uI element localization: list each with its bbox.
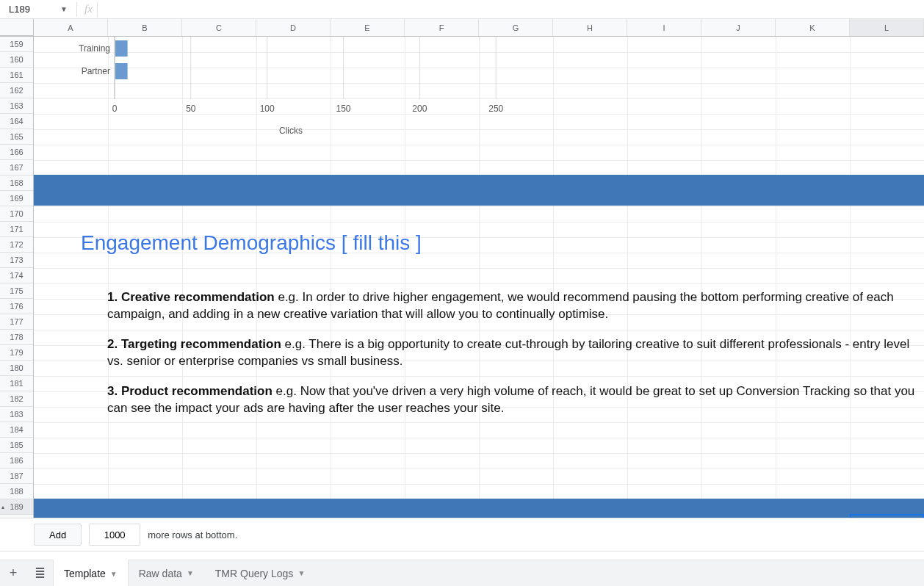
row-header-185[interactable]: 185 [0,438,33,453]
row-header-166[interactable]: 166 [0,145,33,160]
cells[interactable]: 050100150200250 TrainingPartner Clicks E… [34,37,924,518]
all-sheets-button[interactable]: ≣ [26,560,53,586]
row-header-187[interactable]: 187 [0,469,33,484]
row-header-163[interactable]: 163 [0,98,33,114]
svg-text:250: 250 [488,104,503,114]
row-header-177[interactable]: 177 [0,314,33,330]
column-header-j[interactable]: J [701,19,776,36]
divider [97,2,98,17]
row-header-169[interactable]: 169 [0,191,33,206]
column-header-c[interactable]: C [182,19,256,36]
column-header-b[interactable]: B [108,19,182,36]
add-rows-button[interactable]: Add [34,524,82,546]
row-header-175[interactable]: 175 [0,283,33,299]
svg-text:Training: Training [79,43,110,54]
grid-area: 1591601611621631641651661671681691701711… [0,37,924,518]
row-header-180[interactable]: 180 [0,361,33,376]
plus-icon: + [10,565,18,581]
row-header-171[interactable]: 171 [0,222,33,237]
recommendation-2: 2. Targeting recommendation e.g. There i… [107,336,917,370]
row-header-186[interactable]: 186 [0,453,33,469]
formula-input[interactable] [101,1,924,18]
name-box-value: L189 [9,4,30,15]
row-header-179[interactable]: 179 [0,345,33,361]
column-header-l[interactable]: L [850,19,924,36]
formula-bar: L189 ▼ fx [0,0,924,19]
svg-text:200: 200 [412,104,427,114]
section-divider-band [34,499,924,518]
svg-text:Partner: Partner [82,66,110,76]
row-header-181[interactable]: 181 [0,376,33,391]
column-header-h[interactable]: H [553,19,627,36]
sheet-tab-label: TMR Query Logs [215,568,294,579]
row-header-160[interactable]: 160 [0,52,33,68]
row-header-176[interactable]: 176 [0,299,33,314]
column-header-f[interactable]: F [405,19,479,36]
column-header-d[interactable]: D [256,19,331,36]
name-box[interactable]: L189 ▼ [4,1,71,18]
sheet-tab-raw-data[interactable]: Raw data▼ [129,560,205,586]
svg-text:50: 50 [186,104,196,114]
row-header-162[interactable]: 162 [0,83,33,98]
recommendation-3: 3. Product recommendation e.g. Now that … [107,383,917,417]
row-header-182[interactable]: 182 [0,391,33,407]
row-headers: 1591601611621631641651661671681691701711… [0,37,34,518]
clicks-chart: 050100150200250 TrainingPartner Clicks [78,37,533,154]
svg-text:150: 150 [336,104,351,114]
sheet-tab-label: Template [64,568,106,579]
chevron-down-icon[interactable]: ▼ [187,569,194,577]
row-header-174[interactable]: 174 [0,268,33,283]
svg-text:0: 0 [112,104,118,114]
row-header-189[interactable]: ▴189 [0,499,33,515]
sheet-tab-template[interactable]: Template▼ [53,560,129,586]
row-header-167[interactable]: 167 [0,160,33,176]
row-header-184[interactable]: 184 [0,422,33,438]
divider [76,2,77,17]
add-sheet-button[interactable]: + [0,560,26,586]
add-rows-suffix-label: more rows at bottom. [148,529,237,540]
row-header-172[interactable]: 172 [0,237,33,253]
column-header-i[interactable]: I [627,19,701,36]
chevron-down-icon: ▼ [60,5,68,13]
svg-rect-13 [115,40,128,57]
section-divider-band [34,175,924,206]
row-header-178[interactable]: 178 [0,330,33,345]
section-heading: Engagement Demographics [ fill this ] [81,231,422,255]
row-header-165[interactable]: 165 [0,129,33,145]
column-header-e[interactable]: E [331,19,405,36]
blank-strip [0,551,924,560]
expand-rows-icon[interactable]: ▴ [1,504,4,510]
chevron-down-icon[interactable]: ▼ [110,570,118,578]
row-header-159[interactable]: 159 [0,37,33,52]
sheet-tab-tmr-query-logs[interactable]: TMR Query Logs▼ [205,560,317,586]
sheet-tabs-bar: + ≣ Template▼Raw data▼TMR Query Logs▼ [0,560,924,586]
chevron-down-icon[interactable]: ▼ [297,569,305,577]
svg-text:Clicks: Clicks [279,126,303,136]
row-header-173[interactable]: 173 [0,253,33,268]
recommendations-block: 1. Creative recommendation e.g. In order… [107,289,917,430]
column-header-a[interactable]: A [34,19,108,36]
row-header-183[interactable]: 183 [0,407,33,422]
sheet-tab-label: Raw data [139,568,182,579]
row-header-164[interactable]: 164 [0,114,33,129]
svg-text:100: 100 [260,104,275,114]
fx-icon: fx [83,3,97,15]
row-header-188[interactable]: 188 [0,484,33,499]
row-header-170[interactable]: 170 [0,206,33,222]
row-header-161[interactable]: 161 [0,68,33,83]
column-header-g[interactable]: G [479,19,553,36]
column-header-k[interactable]: K [776,19,850,36]
add-rows-count-input[interactable] [89,524,140,546]
list-icon: ≣ [35,565,46,582]
column-headers: ABCDEFGHIJKL [0,19,924,37]
select-all-corner[interactable] [0,19,34,36]
recommendation-1: 1. Creative recommendation e.g. In order… [107,289,917,323]
row-header-168[interactable]: 168 [0,176,33,191]
svg-rect-15 [115,63,128,79]
add-rows-bar: Add more rows at bottom. [0,518,924,551]
